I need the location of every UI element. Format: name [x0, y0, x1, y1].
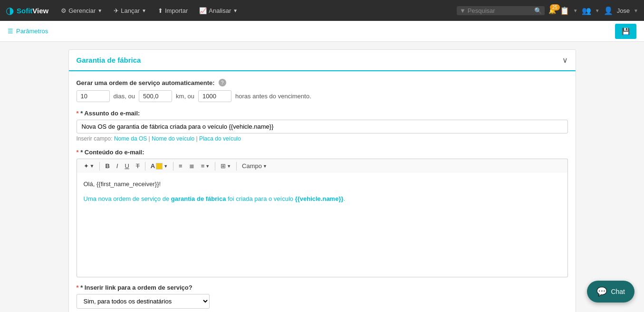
editor-toolbar: ✦ ▼ B I U T A ▼ ≡ ≣ ≡ ▼ — [77, 159, 568, 173]
hours-input[interactable] — [198, 90, 231, 102]
section-body: Gerar uma ordem de serviço automaticamen… — [69, 71, 576, 312]
email-content-label: * * Conteúdo do e-mail: — [77, 149, 568, 156]
field-nome-os[interactable]: Nome da OS — [114, 135, 147, 142]
toolbar-underline[interactable]: U — [122, 161, 132, 171]
chart-icon: 📈 — [199, 7, 207, 14]
toolbar-divider2 — [145, 162, 145, 170]
color-swatch — [156, 163, 163, 170]
navbar-right: ▼ 🔍 🔔 25 📋 ▼ 👥 ▼ 👤 Jose ▼ — [457, 6, 638, 15]
auto-order-inputs: dias, ou km, ou horas antes do venciment… — [77, 90, 568, 102]
toolbar-divider1 — [99, 162, 100, 170]
toolbar-strikethrough[interactable]: T — [133, 161, 143, 171]
garantia-section: Garantia de fábrica ∨ Gerar uma ordem de… — [68, 49, 576, 312]
notification-bell[interactable]: 🔔 25 — [548, 7, 556, 14]
email-subject-input[interactable] — [77, 120, 568, 133]
section-title: Garantia de fábrica — [77, 56, 141, 64]
params-link[interactable]: ☰ Parâmetros — [8, 28, 48, 35]
chevron-down-icon: ▼ — [233, 8, 238, 13]
search-wrapper: ▼ 🔍 — [457, 6, 545, 15]
toolbar-eraser[interactable]: ✦ ▼ — [81, 161, 97, 171]
user-dropdown-icon[interactable]: ▼ — [634, 8, 638, 13]
filter-icon: ☰ — [8, 28, 13, 35]
insert-link-label: * * Inserir link para a ordem de serviço… — [77, 284, 568, 291]
toolbar-list-ol[interactable]: ≣ — [186, 161, 197, 171]
hours-unit: horas antes do vencimento. — [235, 93, 311, 100]
user-icon: 👤 — [604, 6, 613, 15]
brand-sofit: Sofit — [17, 7, 32, 15]
notification-count: 25 — [550, 4, 560, 10]
days-input[interactable] — [77, 90, 110, 102]
toolbar-color[interactable]: A ▼ — [148, 161, 171, 171]
insert-link-group: * * Inserir link para a ordem de serviço… — [77, 284, 568, 309]
params-label: Parâmetros — [16, 28, 48, 35]
toolbar-table[interactable]: ⊞ ▼ — [218, 161, 234, 171]
toolbar-italic[interactable]: I — [114, 161, 121, 171]
toolbar-bold[interactable]: B — [102, 161, 112, 171]
km-input[interactable] — [139, 90, 172, 102]
req-star: * — [77, 110, 81, 117]
search-input[interactable] — [468, 7, 534, 14]
editor-body[interactable]: Olá, {{first_name_receiver}}! Uma nova o… — [77, 173, 568, 277]
chevron-down-icon: ▼ — [97, 8, 102, 13]
search-dropdown-icon[interactable]: ▼ — [460, 7, 466, 14]
save-button[interactable]: 💾 — [615, 24, 636, 39]
users-dropdown-icon[interactable]: ▼ — [595, 8, 600, 13]
brand-view: View — [32, 7, 48, 15]
chevron-up-icon: ∨ — [562, 56, 568, 65]
req-star2: * — [77, 149, 81, 156]
toolbar-divider5 — [236, 162, 237, 170]
chevron-down-icon: ▼ — [142, 8, 146, 13]
search-icon[interactable]: 🔍 — [534, 7, 542, 14]
email-subject-label: * * Assunto do e-mail: — [77, 110, 568, 117]
chat-bubble-icon: 💬 — [596, 286, 607, 297]
editor-line2: Uma nova ordem de serviço de garantia de… — [84, 194, 561, 204]
users-icon[interactable]: 👥 — [582, 6, 591, 15]
nav-item-analisar[interactable]: 📈 Analisar ▼ — [194, 4, 242, 17]
insert-link-select[interactable]: Sim, para todos os destinatários Não Ape… — [77, 294, 210, 309]
main-content: Garantia de fábrica ∨ Gerar uma ordem de… — [61, 49, 584, 312]
toolbar-divider3 — [173, 162, 173, 170]
toolbar-list-ul[interactable]: ≡ — [176, 161, 185, 171]
color-a: A — [151, 162, 155, 170]
color-arrow: ▼ — [163, 164, 168, 169]
auto-order-label: Gerar uma ordem de serviço automaticamen… — [77, 79, 215, 86]
brand-logo[interactable]: ◑ Sofit View — [6, 5, 48, 16]
toolbar-divider4 — [215, 162, 215, 170]
launch-icon: ✈ — [114, 7, 119, 14]
km-unit: km, ou — [176, 93, 194, 100]
nav-item-gerenciar[interactable]: ⚙ Gerenciar ▼ — [56, 4, 107, 17]
help-icon[interactable]: ? — [219, 79, 226, 86]
nav-item-importar[interactable]: ⬆ Importar — [153, 4, 192, 17]
email-content-group: * * Conteúdo do e-mail: ✦ ▼ B I U T A ▼ — [77, 149, 568, 277]
document-dropdown-icon[interactable]: ▼ — [573, 8, 578, 13]
brand-icon: ◑ — [6, 5, 14, 16]
import-icon: ⬆ — [158, 7, 163, 14]
days-unit: dias, ou — [114, 93, 135, 100]
editor-line1: Olá, {{first_name_receiver}}! — [84, 180, 561, 189]
save-icon: 💾 — [622, 28, 630, 35]
user-name[interactable]: Jose — [617, 7, 630, 14]
sub-navbar: ☰ Parâmetros 💾 — [0, 21, 644, 42]
toolbar-align[interactable]: ≡ ▼ — [198, 161, 213, 171]
email-subject-group: * * Assunto do e-mail: Inserir campo: No… — [77, 110, 568, 142]
campo-arrow: ▼ — [263, 164, 267, 169]
document-icon[interactable]: 📋 — [560, 6, 569, 15]
nav-item-lancar[interactable]: ✈ Lançar ▼ — [109, 4, 151, 17]
auto-order-row: Gerar uma ordem de serviço automaticamen… — [77, 79, 568, 86]
field-nome-veiculo[interactable]: Nome do veículo — [152, 135, 194, 142]
top-navbar: ◑ Sofit View ⚙ Gerenciar ▼ ✈ Lançar ▼ ⬆ … — [0, 0, 644, 21]
field-placa-veiculo[interactable]: Placa do veículo — [199, 135, 241, 142]
section-header[interactable]: Garantia de fábrica ∨ — [69, 50, 576, 71]
insert-field-row: Inserir campo: Nome da OS | Nome do veíc… — [77, 135, 568, 142]
chat-label: Chat — [611, 288, 625, 295]
chat-button[interactable]: 💬 Chat — [587, 281, 634, 303]
toolbar-campo[interactable]: Campo ▼ — [239, 161, 270, 171]
gear-icon: ⚙ — [61, 7, 67, 14]
req-star3: * — [77, 284, 81, 291]
